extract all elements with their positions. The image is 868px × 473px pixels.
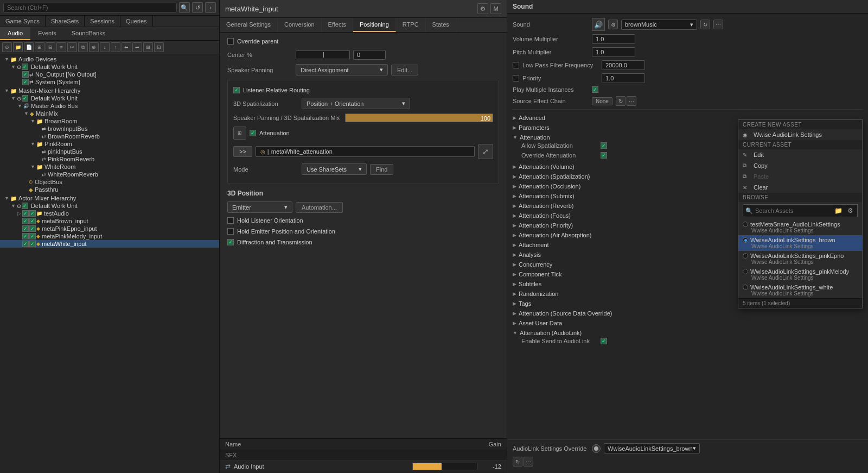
allow-spatialization-checkbox[interactable] (601, 142, 607, 149)
tree-item-audio-devices[interactable]: ▼ 📁 Audio Devices (0, 55, 219, 63)
toolbar-btn-3[interactable]: 📄 (24, 42, 34, 52)
tree-item-mainmix[interactable]: ▼ ◆ MainMix (0, 110, 219, 117)
asset-item-1[interactable]: WwiseAudioLinkSettings_brown Wwise Audio… (738, 235, 862, 251)
volume-input[interactable] (592, 34, 635, 44)
arrow-right-icon[interactable]: › (205, 2, 216, 13)
tab-sharesets[interactable]: ShareSets (46, 16, 85, 27)
tree-item-whiteroomreverb[interactable]: ▷ ⇄ WhiteRoomReverb (0, 171, 219, 178)
audiolink-link-icon[interactable]: ↻ (513, 457, 522, 466)
asset-item-3[interactable]: WwiseAudioLinkSettings_pinkMelody Wwise … (738, 267, 862, 282)
find-button[interactable]: Find (370, 164, 393, 175)
cat-tab-audio[interactable]: Audio (0, 27, 30, 40)
toolbar-btn-4[interactable]: ⊞ (35, 42, 44, 52)
center-slider[interactable] (296, 51, 350, 59)
section-source-override[interactable]: ▶ Attenuation (Source Data Override) (513, 308, 863, 318)
popup-create-wwiseaudiolink[interactable]: ◉ Wwise AudioLink Settings (738, 129, 862, 140)
override-parent-checkbox[interactable] (227, 38, 234, 45)
search-input[interactable] (3, 3, 177, 12)
sound-icon-btn[interactable]: 🔊 (592, 18, 605, 31)
tab-positioning[interactable]: Positioning (353, 18, 396, 32)
mix-bar[interactable]: 100 (345, 113, 493, 122)
popup-paste[interactable]: ⧉ Paste (738, 171, 862, 182)
tree-item-pinkroomreverb[interactable]: ▷ ⇄ PinkRoomReverb (0, 155, 219, 163)
tree-item-metabrown[interactable]: ▷ ◆ metaBrown_input (0, 217, 219, 225)
tree-item-metapinkmelody[interactable]: ▷ ◆ metaPinkMelody_input (0, 232, 219, 240)
hold-listener-checkbox[interactable] (227, 217, 234, 224)
toolbar-btn-13[interactable]: ➡ (132, 42, 142, 52)
mode-dropdown[interactable]: Use ShareSets ▾ (302, 163, 367, 175)
tab-rtpc[interactable]: RTPC (396, 18, 426, 32)
toolbar-btn-11[interactable]: ↑ (111, 42, 120, 52)
section-asset-user-data[interactable]: ▶ Asset User Data (513, 318, 863, 328)
priority-checkbox[interactable] (513, 75, 519, 81)
sound-dropdown[interactable]: brownMusic ▾ (621, 20, 697, 30)
tree-item-pinkroom[interactable]: ▼ 📁 PinkRoom (0, 140, 219, 148)
edit-button[interactable]: Edit... (391, 65, 418, 75)
toolbar-btn-8[interactable]: ⧉ (78, 42, 88, 52)
attenuation-arrow-btn[interactable]: >> (233, 146, 252, 157)
toolbar-btn-6[interactable]: ≡ (56, 42, 66, 52)
lowpass-checkbox[interactable] (513, 62, 519, 68)
tree-item-default-work-unit-3[interactable]: ▼ ⊙ Default Work Unit (0, 202, 219, 210)
tree-item-metapinkepno[interactable]: ▷ ◆ metaPinkEpno_input (0, 225, 219, 232)
asset-item-2[interactable]: WwiseAudioLinkSettings_pinkEpno Wwise Au… (738, 251, 862, 267)
section-audiolink[interactable]: ▼ Attenuation (AudioLink) (513, 328, 863, 338)
pitch-input[interactable] (592, 47, 635, 57)
tab-states[interactable]: States (426, 18, 456, 32)
lowpass-input[interactable] (602, 60, 645, 70)
toolbar-btn-1[interactable]: ⊙ (2, 42, 12, 52)
popup-clear[interactable]: ✕ Clear (738, 182, 862, 193)
toolbar-btn-14[interactable]: ⊠ (143, 42, 153, 52)
center-input[interactable] (353, 50, 386, 60)
tree-item-browninputbus[interactable]: ▷ ⇄ brownInputBus (0, 125, 219, 133)
popup-copy[interactable]: ⧉ Copy (738, 160, 862, 171)
sound-more-icon[interactable]: ⋯ (713, 20, 723, 29)
toolbar-btn-15[interactable]: ⊡ (154, 42, 164, 52)
tab-effects[interactable]: Effects (322, 18, 353, 32)
tree-item-metawhite[interactable]: ▷ ◆ metaWhite_input (0, 240, 219, 248)
cat-tab-soundbanks[interactable]: SoundBanks (64, 27, 113, 40)
override-attenuation-checkbox[interactable] (601, 152, 607, 159)
tab-queries[interactable]: Queries (120, 16, 153, 27)
asset-item-0[interactable]: testMetaSnare_AudioLinkSettings Wwise Au… (738, 219, 862, 235)
speaker-panning-dropdown[interactable]: Direct Assignment ▾ (296, 64, 388, 75)
sound-link-icon[interactable]: ↻ (700, 20, 710, 29)
tab-general-settings[interactable]: General Settings (220, 18, 278, 32)
table-row[interactable]: ⇄ Audio Input -12 (220, 461, 507, 473)
tree-item-brownroomreverb[interactable]: ▷ ⇄ BrownRoomReverb (0, 133, 219, 140)
diffraction-checkbox[interactable] (227, 239, 234, 245)
source-effect-link-icon[interactable]: ↻ (616, 96, 626, 106)
spatialization-dropdown[interactable]: Position + Orientation ▾ (302, 98, 410, 109)
source-effect-more-icon[interactable]: ⋯ (627, 96, 636, 106)
tree-item-pinkinputbus[interactable]: ▷ ⇄ pinkInputBus (0, 148, 219, 155)
priority-input[interactable] (602, 73, 645, 83)
search-icon[interactable]: 🔍 (179, 2, 190, 13)
tree-item-brownroom[interactable]: ▼ 📁 BrownRoom (0, 117, 219, 125)
tree-item-no-output[interactable]: ▷ ⇄ No_Output [No Output] (0, 71, 219, 78)
toolbar-btn-5[interactable]: ⊟ (46, 42, 55, 52)
automation-button[interactable]: Automation... (296, 202, 343, 213)
tree-item-actor-mixer[interactable]: ▼ 📁 Actor-Mixer Hierarchy (0, 194, 219, 202)
tree-item-testaudio[interactable]: ▷ 📁 testAudio (0, 210, 219, 217)
tree-item-system[interactable]: ▷ ⇄ System [System] (0, 78, 219, 86)
sound-settings-icon[interactable]: ⚙ (608, 20, 618, 29)
toolbar-btn-10[interactable]: ↓ (100, 42, 110, 52)
browse-search-input[interactable] (755, 207, 831, 214)
tree-item-objectbus[interactable]: ▷ ⊙ ObjectBus (0, 178, 219, 186)
tab-sessions[interactable]: Sessions (85, 16, 120, 27)
tab-game-syncs[interactable]: Game Syncs (0, 16, 46, 27)
browse-settings-icon[interactable]: ⚙ (845, 206, 855, 216)
attenuation-icon-btn[interactable]: ⊞ (233, 127, 246, 140)
browse-folder-icon[interactable]: 📁 (833, 206, 843, 216)
asset-item-4[interactable]: WwiseAudioLinkSettings_white Wwise Audio… (738, 282, 862, 298)
tree-item-default-work-unit-2[interactable]: ▼ ⊙ Default Work Unit (0, 94, 219, 102)
tree-item-master-audio-bus[interactable]: ▼ 🔊 Master Audio Bus (0, 102, 219, 110)
tree-item-master-mixer[interactable]: ▼ 📁 Master-Mixer Hierarchy (0, 87, 219, 94)
listener-routing-checkbox[interactable] (233, 87, 240, 93)
attenuation-checkbox[interactable] (250, 130, 256, 136)
gear-icon[interactable]: ⚙ (477, 3, 488, 14)
more-icon[interactable]: M (490, 3, 501, 14)
tree-item-default-work-unit-1[interactable]: ▼ ⊙ Default Work Unit (0, 63, 219, 71)
toolbar-btn-12[interactable]: ⬅ (122, 42, 131, 52)
refresh-icon[interactable]: ↺ (192, 2, 203, 13)
